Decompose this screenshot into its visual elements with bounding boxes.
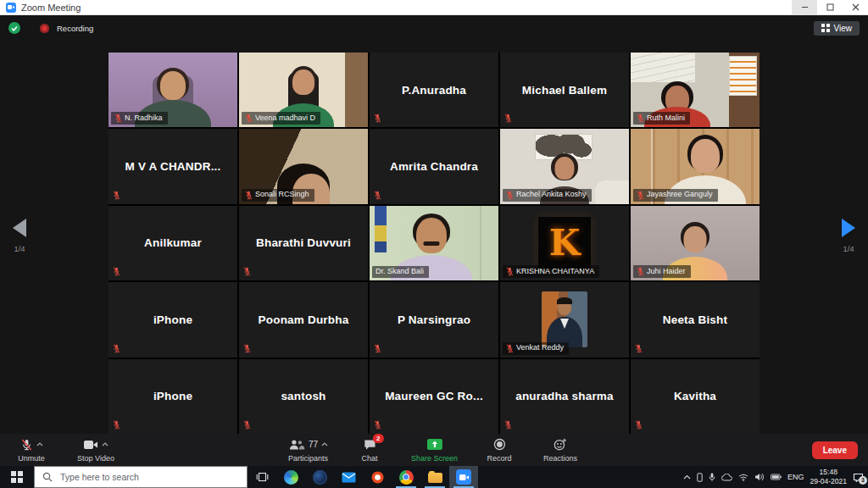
muted-mic-icon [635, 341, 643, 356]
encryption-shield-icon [8, 22, 20, 34]
file-explorer-icon [428, 473, 442, 483]
video-options-caret[interactable] [102, 442, 108, 446]
participant-tile[interactable]: N. Radhika [108, 53, 237, 127]
participant-tile[interactable]: Maureen GC Ro... [370, 359, 498, 434]
participant-tile[interactable]: Veena madhavi D [239, 53, 368, 127]
reactions-button[interactable]: Reactions [541, 438, 580, 463]
view-grid-icon [821, 24, 830, 32]
participant-tile[interactable]: KKRISHNA CHAITANYA [500, 206, 629, 280]
participant-tile[interactable]: M V A CHANDR... [108, 129, 237, 203]
participant-name-center: santosh [239, 359, 368, 434]
unmute-button[interactable]: Unmute [12, 438, 51, 463]
participant-tile[interactable]: anuradha sharma [500, 359, 629, 434]
minimize-button[interactable] [792, 0, 817, 15]
office-app-button[interactable] [363, 466, 392, 488]
battery-tray-icon[interactable] [771, 474, 782, 480]
muted-mic-corner [243, 267, 251, 276]
system-tray: ENG 15:48 29-04-2021 3 [683, 466, 868, 488]
muted-mic-icon [20, 438, 33, 452]
participant-tile[interactable]: Bharathi Duvvuri [239, 206, 368, 280]
participant-tile[interactable]: P.Anuradha [370, 53, 498, 127]
close-button[interactable] [843, 0, 868, 15]
participant-name-label: Veena madhavi D [242, 112, 320, 125]
mic-tray-icon[interactable] [709, 473, 715, 482]
task-view-icon [256, 472, 269, 482]
participant-tile[interactable]: Amrita Chandra [370, 129, 498, 203]
wifi-tray-icon[interactable] [738, 474, 748, 481]
language-indicator[interactable]: ENG [787, 473, 804, 481]
meeting-toolbar: Unmute Stop Video 77 Participants [0, 434, 868, 466]
record-icon [493, 438, 506, 451]
onedrive-cloud-icon[interactable] [721, 474, 732, 481]
record-label: Record [487, 454, 512, 463]
participant-name-center: Anilkumar [108, 206, 237, 280]
share-screen-icon [427, 439, 442, 450]
view-button[interactable]: View [814, 21, 860, 36]
participant-name-center: anuradha sharma [500, 359, 629, 434]
participant-tile[interactable]: Rachel Ankita Koshy [500, 129, 629, 203]
participant-tile[interactable]: santosh [239, 359, 368, 434]
compass-app-button[interactable] [305, 466, 334, 488]
participant-tile[interactable]: Anilkumar [108, 206, 237, 280]
mail-app-button[interactable] [334, 466, 363, 488]
muted-mic-corner [113, 267, 120, 276]
notification-center-button[interactable]: 3 [853, 473, 864, 482]
file-explorer-button[interactable] [420, 466, 449, 488]
previous-page-arrow-icon[interactable] [13, 219, 26, 237]
start-button[interactable] [0, 466, 34, 488]
record-button[interactable]: Record [480, 438, 519, 463]
zoom-taskbar-button[interactable] [449, 466, 478, 488]
search-input[interactable] [58, 471, 215, 483]
taskbar-clock[interactable]: 15:48 29-04-2021 [810, 468, 847, 485]
maximize-button[interactable] [817, 0, 843, 15]
next-page-arrow-icon[interactable] [842, 219, 855, 237]
participant-name-label: Sonali RCSingh [242, 189, 314, 202]
chrome-app-button[interactable] [392, 466, 420, 488]
participant-tile[interactable]: Sonali RCSingh [239, 129, 368, 203]
muted-mic-icon [374, 111, 381, 125]
participant-tile[interactable]: Poonam Durbha [239, 282, 368, 357]
muted-mic-icon [635, 418, 643, 432]
participant-name-center: Poonam Durbha [239, 282, 368, 357]
phone-tray-icon[interactable] [697, 473, 703, 482]
task-view-button[interactable] [248, 466, 276, 488]
share-screen-button[interactable]: Share Screen [411, 438, 458, 463]
participant-tile[interactable]: P Narsingrao [370, 282, 498, 357]
compass-app-icon [313, 470, 327, 485]
muted-mic-icon [243, 341, 251, 356]
participant-tile[interactable]: Neeta Bisht [631, 282, 760, 357]
participant-tile[interactable]: iPhone [108, 359, 237, 434]
participant-tile[interactable]: Jayashree Ganguly [631, 129, 760, 203]
participant-name-center: iPhone [108, 359, 237, 434]
muted-mic-icon [374, 418, 381, 432]
tray-expand-chevron-icon[interactable] [683, 474, 691, 480]
volume-tray-icon[interactable] [754, 473, 765, 481]
unmute-options-caret[interactable] [36, 442, 43, 446]
muted-mic-icon [114, 114, 122, 123]
recording-dot-icon[interactable] [40, 24, 49, 33]
chat-label: Chat [362, 454, 378, 463]
chat-button[interactable]: 2 Chat [350, 438, 389, 463]
leave-button[interactable]: Leave [812, 441, 858, 459]
muted-mic-corner [635, 344, 643, 353]
muted-mic-corner [374, 420, 381, 430]
participants-button[interactable]: 77 Participants [288, 438, 328, 463]
participant-name-center: Amrita Chandra [370, 129, 498, 203]
participant-name-label: KRISHNA CHAITANYA [503, 265, 599, 278]
participant-tile[interactable]: Venkat Reddy [500, 282, 629, 357]
stop-video-button[interactable]: Stop Video [76, 438, 115, 463]
participant-tile[interactable]: Dr. Skand Bali [370, 206, 498, 280]
participant-name-label: Juhi Haider [633, 265, 691, 278]
participant-tile[interactable]: Juhi Haider [631, 206, 760, 280]
participant-tile[interactable]: Ruth Malini [631, 53, 760, 127]
muted-mic-icon [374, 341, 381, 356]
participant-name-center: M V A CHANDR... [108, 129, 237, 203]
windows-taskbar: ENG 15:48 29-04-2021 3 [0, 466, 868, 488]
participant-tile[interactable]: Michael Ballem [500, 53, 629, 127]
edge-app-button[interactable] [276, 466, 305, 488]
previous-page-label: 1/4 [14, 244, 25, 253]
muted-mic-icon [243, 418, 251, 432]
participant-tile[interactable]: Kavitha [631, 359, 760, 434]
participant-tile[interactable]: iPhone [108, 282, 237, 357]
participants-caret[interactable] [321, 442, 328, 446]
